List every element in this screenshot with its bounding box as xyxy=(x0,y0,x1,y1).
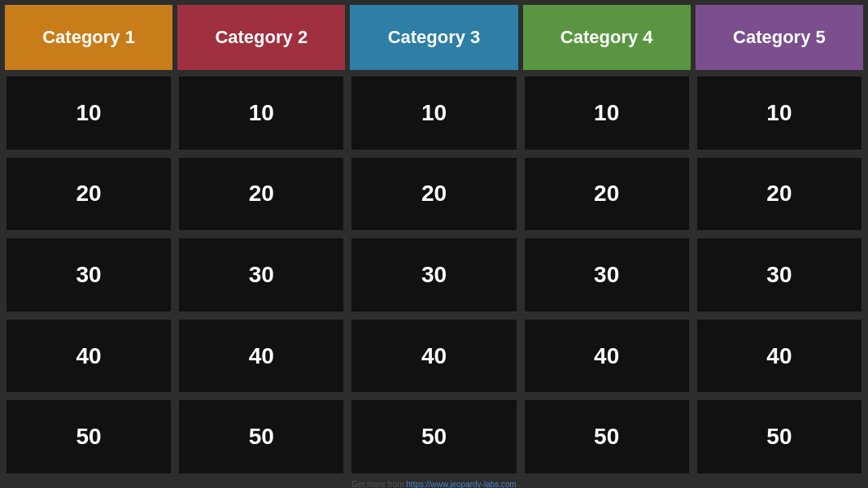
clue-cell-cat1-50[interactable]: 50 xyxy=(5,399,172,475)
clue-cell-cat1-40[interactable]: 40 xyxy=(5,318,172,394)
clue-cell-cat3-40[interactable]: 40 xyxy=(350,318,517,394)
category-header-cat1[interactable]: Category 1 xyxy=(5,5,172,70)
clue-cell-cat2-20[interactable]: 20 xyxy=(177,156,345,233)
clue-cell-cat5-20[interactable]: 20 xyxy=(696,156,863,233)
clue-cell-cat4-10[interactable]: 10 xyxy=(523,75,691,151)
clue-cell-cat2-50[interactable]: 50 xyxy=(177,399,345,475)
clue-cell-cat2-40[interactable]: 40 xyxy=(177,318,345,394)
category-header-cat4[interactable]: Category 4 xyxy=(523,5,691,70)
clue-cell-cat4-30[interactable]: 30 xyxy=(523,237,691,313)
footer: Get more from https://www.jeopardy-labs.… xyxy=(0,480,868,488)
clue-cell-cat4-20[interactable]: 20 xyxy=(523,156,691,233)
clue-cell-cat5-40[interactable]: 40 xyxy=(696,318,863,394)
category-header-cat2[interactable]: Category 2 xyxy=(177,5,345,70)
clue-cell-cat2-30[interactable]: 30 xyxy=(177,237,345,313)
category-header-cat5[interactable]: Category 5 xyxy=(696,5,863,70)
clue-cell-cat4-40[interactable]: 40 xyxy=(523,318,691,394)
clue-cell-cat1-20[interactable]: 20 xyxy=(5,156,172,233)
clue-cell-cat3-10[interactable]: 10 xyxy=(350,75,517,151)
clue-cell-cat3-20[interactable]: 20 xyxy=(350,156,517,233)
game-board: Category 1Category 2Category 3Category 4… xyxy=(0,0,868,480)
clue-cell-cat1-30[interactable]: 30 xyxy=(5,237,172,313)
clue-cell-cat3-30[interactable]: 30 xyxy=(350,237,517,313)
clue-cell-cat1-10[interactable]: 10 xyxy=(5,75,172,151)
footer-text: Get more from xyxy=(351,480,403,488)
clue-cell-cat4-50[interactable]: 50 xyxy=(523,399,691,475)
clue-cell-cat5-30[interactable]: 30 xyxy=(696,237,863,313)
clue-cell-cat2-10[interactable]: 10 xyxy=(177,75,345,151)
clue-cell-cat5-50[interactable]: 50 xyxy=(696,399,863,475)
clue-cell-cat3-50[interactable]: 50 xyxy=(350,399,517,475)
footer-link[interactable]: https://www.jeopardy-labs.com xyxy=(406,480,517,488)
category-header-cat3[interactable]: Category 3 xyxy=(350,5,517,70)
clue-cell-cat5-10[interactable]: 10 xyxy=(696,75,863,151)
